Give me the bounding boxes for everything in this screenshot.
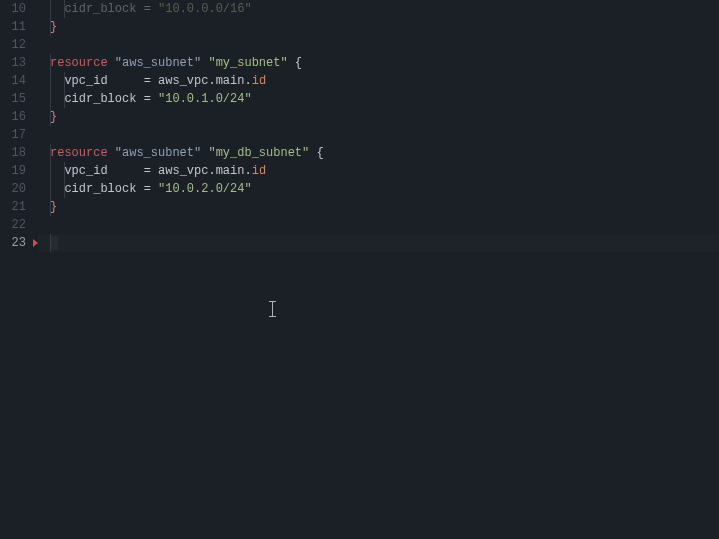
code-content: vpc_id = aws_vpc.main.id	[38, 72, 266, 90]
code-line[interactable]: cidr_block = "10.0.1.0/24"	[38, 90, 719, 108]
line-number: 15	[12, 90, 26, 108]
code-line[interactable]: resource "aws_subnet" "my_db_subnet" {	[38, 144, 719, 162]
caret	[51, 236, 58, 250]
line-number: 20	[12, 180, 26, 198]
code-content: }	[38, 108, 57, 126]
gutter-line: 11	[0, 18, 38, 36]
line-number: 13	[12, 54, 26, 72]
code-line[interactable]: vpc_id = aws_vpc.main.id	[38, 72, 719, 90]
code-line[interactable]: cidr_block = "10.0.2.0/24"	[38, 180, 719, 198]
code-content: vpc_id = aws_vpc.main.id	[38, 162, 266, 180]
gutter-line: 21	[0, 198, 38, 216]
line-number: 12	[12, 36, 26, 54]
code-line[interactable]: }	[38, 18, 719, 36]
gutter-line: 10	[0, 0, 38, 18]
gutter-line: 20	[0, 180, 38, 198]
gutter-line: 13	[0, 54, 38, 72]
code-line[interactable]: }	[38, 198, 719, 216]
line-number: 16	[12, 108, 26, 126]
line-number: 17	[12, 126, 26, 144]
code-content: }	[38, 18, 57, 36]
code-line[interactable]	[38, 216, 719, 234]
code-content: resource "aws_subnet" "my_db_subnet" {	[38, 144, 324, 162]
gutter-line: 19	[0, 162, 38, 180]
line-number: 21	[12, 198, 26, 216]
gutter: 1011121314151617181920212223	[0, 0, 38, 539]
code-content: resource "aws_subnet" "my_subnet" {	[38, 54, 302, 72]
code-line[interactable]: vpc_id = aws_vpc.main.id	[38, 162, 719, 180]
code-line[interactable]: resource "aws_subnet" "my_subnet" {	[38, 54, 719, 72]
line-number: 10	[12, 0, 26, 18]
line-number: 11	[12, 18, 26, 36]
gutter-line: 12	[0, 36, 38, 54]
code-line[interactable]	[38, 234, 719, 252]
current-line-highlight	[38, 234, 719, 252]
line-number: 23	[12, 234, 26, 252]
gutter-line: 22	[0, 216, 38, 234]
line-number: 14	[12, 72, 26, 90]
line-number: 19	[12, 162, 26, 180]
code-content: cidr_block = "10.0.1.0/24"	[38, 90, 252, 108]
code-content: cidr_block = "10.0.0.0/16"	[38, 0, 252, 18]
gutter-line: 14	[0, 72, 38, 90]
code-line[interactable]: cidr_block = "10.0.0.0/16"	[38, 0, 719, 18]
code-line[interactable]	[38, 126, 719, 144]
gutter-line: 15	[0, 90, 38, 108]
gutter-line: 17	[0, 126, 38, 144]
code-line[interactable]: }	[38, 108, 719, 126]
gutter-line: 18	[0, 144, 38, 162]
code-area[interactable]: cidr_block = "10.0.0.0/16"}resource "aws…	[38, 0, 719, 539]
gutter-line: 16	[0, 108, 38, 126]
line-number: 22	[12, 216, 26, 234]
code-editor[interactable]: 1011121314151617181920212223 cidr_block …	[0, 0, 719, 539]
code-content: }	[38, 198, 57, 216]
code-line[interactable]	[38, 36, 719, 54]
gutter-line: 23	[0, 234, 38, 252]
line-number: 18	[12, 144, 26, 162]
code-content: cidr_block = "10.0.2.0/24"	[38, 180, 252, 198]
code-content	[38, 234, 58, 252]
